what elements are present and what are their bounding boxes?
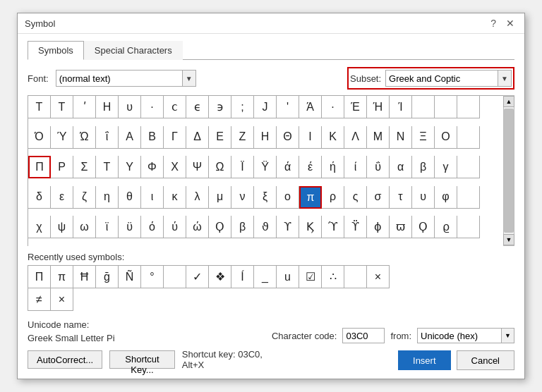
symbol-cell[interactable]: δ [28,186,51,209]
symbol-cell[interactable]: Ω [209,156,231,178]
symbol-cell[interactable]: ϕ [367,216,390,238]
symbol-cell[interactable]: π [299,186,322,209]
symbol-cell[interactable] [457,126,480,149]
symbol-cell[interactable]: ύ [164,216,186,238]
symbol-cell[interactable]: ' [277,96,299,118]
symbol-cell[interactable]: β [412,156,435,178]
symbol-cell[interactable]: β [231,216,254,238]
symbol-cell[interactable]: Β [141,126,164,149]
symbol-cell[interactable]: φ [435,186,457,209]
scroll-up-button[interactable]: ▲ [503,96,514,107]
symbol-cell[interactable]: Έ [344,96,367,118]
symbol-cell[interactable]: Ϋ [254,156,277,178]
symbol-cell[interactable]: · [141,96,164,118]
symbol-cell[interactable]: Ι [299,126,322,149]
symbol-cell[interactable] [457,186,480,209]
subset-input[interactable] [385,70,498,87]
symbol-cell[interactable]: χ [28,216,51,238]
symbol-cell[interactable]: ϶ [209,96,231,118]
recently-used-cell[interactable]: ≠ [28,288,51,311]
symbol-cell[interactable]: σ [367,186,390,209]
symbol-cell[interactable]: ʹ [73,96,96,118]
symbol-cell[interactable] [457,156,480,178]
symbol-cell[interactable]: Σ [73,156,96,178]
symbol-cell[interactable]: υ [412,186,435,209]
symbol-cell[interactable]: ϓ [322,216,344,238]
font-dropdown-arrow[interactable]: ▼ [183,70,196,87]
recently-used-cell[interactable]: ∴ [322,266,344,288]
symbol-cell[interactable] [457,96,480,118]
symbol-cell[interactable]: γ [435,156,457,178]
symbol-cell[interactable]: Α [119,126,141,149]
symbol-cell[interactable]: ώ [186,216,209,238]
symbol-cell[interactable]: Τ [28,96,51,118]
symbol-cell[interactable]: Χ [164,156,186,178]
symbol-cell[interactable]: Κ [322,126,344,149]
symbol-cell[interactable]: Ρ [51,156,73,178]
recently-used-cell[interactable]: Π [28,266,51,288]
symbol-cell[interactable]: ϒ [277,216,299,238]
symbol-cell[interactable]: Λ [344,126,367,149]
recently-used-cell[interactable]: ☑ [299,266,322,288]
symbol-cell[interactable]: Ϗ [299,216,322,238]
recently-used-cell[interactable]: Ñ [119,266,141,288]
symbol-cell[interactable]: ω [73,216,96,238]
symbol-cell[interactable]: ϖ [390,216,412,238]
symbol-cell[interactable]: ψ [51,216,73,238]
symbol-cell[interactable]: Ά [299,96,322,118]
symbol-cell[interactable]: ε [51,186,73,209]
symbol-cell[interactable]: ϊ [96,216,119,238]
symbol-cell[interactable]: ΰ [367,156,390,178]
symbol-cell[interactable]: ζ [73,186,96,209]
autocorrect-button[interactable]: AutoCorrect... [28,350,102,369]
symbol-cell[interactable]: ΐ [96,126,119,149]
scroll-down-button[interactable]: ▼ [503,234,514,245]
char-code-input[interactable] [342,328,385,343]
symbol-cell[interactable]: υ [119,96,141,118]
recently-used-cell[interactable]: × [51,288,73,311]
symbol-cell[interactable]: λ [186,186,209,209]
symbol-cell[interactable]: μ [209,186,231,209]
symbol-cell[interactable] [435,96,457,118]
tab-symbols[interactable]: Symbols [28,41,84,60]
symbol-cell[interactable]: Η [96,96,119,118]
symbol-cell[interactable]: ϲ [164,96,186,118]
recently-used-cell[interactable]: π [51,266,73,288]
recently-used-cell[interactable]: _ [254,266,277,288]
symbol-cell[interactable]: θ [119,186,141,209]
symbol-cell[interactable]: Γ [164,126,186,149]
symbol-cell[interactable]: Ζ [231,126,254,149]
symbol-cell[interactable]: Μ [367,126,390,149]
symbol-cell[interactable]: Π [28,156,51,178]
shortcut-key-button[interactable]: Shortcut Key... [109,350,175,369]
symbol-cell[interactable]: Θ [277,126,299,149]
symbol-cell[interactable]: η [96,186,119,209]
symbol-cell[interactable]: Τ [96,156,119,178]
recently-used-cell[interactable]: ğ [96,266,119,288]
from-dropdown-arrow[interactable]: ▼ [502,328,514,343]
recently-used-cell[interactable]: ✓ [186,266,209,288]
recently-used-cell[interactable]: ° [141,266,164,288]
symbol-cell[interactable]: ξ [254,186,277,209]
symbol-cell[interactable]: Ή [367,96,390,118]
symbol-cell[interactable]: τ [390,186,412,209]
symbol-cell[interactable]: Ϙ [209,216,231,238]
symbol-cell[interactable]: Ό [28,126,51,149]
symbol-cell[interactable]: έ [299,156,322,178]
from-input[interactable] [417,328,502,343]
scrollbar-thumb[interactable] [504,109,514,233]
symbol-cell[interactable] [457,216,480,238]
symbol-cell[interactable]: J [254,96,277,118]
recently-used-cell[interactable] [164,266,186,288]
symbol-cell[interactable]: ϋ [119,216,141,238]
symbol-cell[interactable]: ά [277,156,299,178]
close-button[interactable]: ✕ [503,18,517,29]
symbol-cell[interactable]: Ε [209,126,231,149]
scrollbar[interactable]: ▲ ▼ [503,95,514,246]
symbol-cell[interactable]: ; [231,96,254,118]
recently-used-cell[interactable]: × [367,266,390,288]
symbol-cell[interactable]: ϔ [344,216,367,238]
recently-used-cell[interactable]: Í [231,266,254,288]
symbol-cell[interactable]: Ύ [51,126,73,149]
symbol-cell[interactable]: Ϊ [231,156,254,178]
